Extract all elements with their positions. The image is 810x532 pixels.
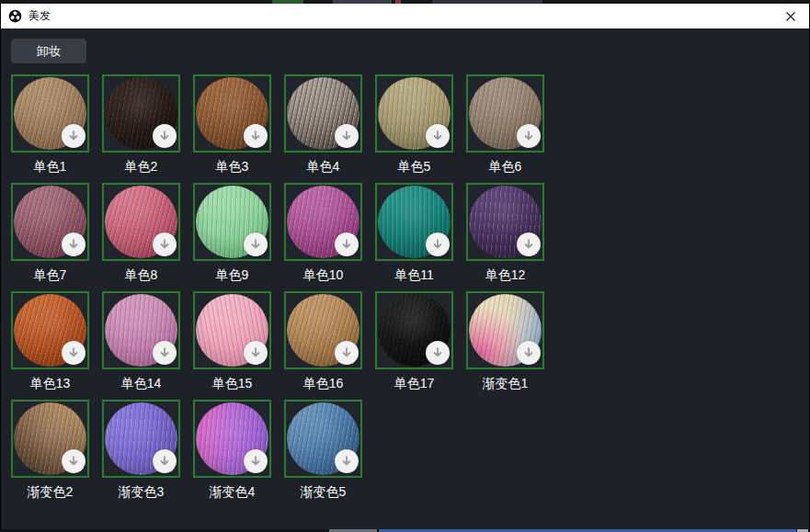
hair-style-item[interactable]: 渐变色5	[284, 400, 362, 500]
hair-style-thumbnail[interactable]	[466, 183, 544, 261]
download-button[interactable]	[153, 232, 177, 256]
download-arrow-icon	[249, 346, 262, 359]
hair-style-label: 单色3	[193, 159, 271, 175]
close-button[interactable]	[778, 4, 804, 28]
download-button[interactable]	[62, 341, 86, 365]
hair-style-item[interactable]: 单色11	[375, 183, 453, 283]
titlebar[interactable]: 美发	[1, 4, 809, 28]
download-button[interactable]	[153, 124, 177, 148]
download-arrow-icon	[249, 455, 262, 468]
hair-style-label: 单色15	[193, 376, 271, 391]
hair-style-thumbnail[interactable]	[102, 74, 180, 153]
download-button[interactable]	[517, 232, 541, 256]
hair-style-item[interactable]: 单色10	[284, 183, 362, 283]
hair-style-thumbnail[interactable]	[11, 291, 89, 369]
hair-style-item[interactable]: 单色2	[102, 74, 180, 175]
hair-style-thumbnail[interactable]	[375, 183, 453, 261]
hair-style-item[interactable]: 单色9	[193, 183, 271, 283]
download-arrow-icon	[340, 130, 353, 142]
hair-style-item[interactable]: 单色8	[102, 183, 180, 283]
hair-style-grid: 单色1 单色2 单色3	[11, 74, 563, 508]
download-button[interactable]	[62, 232, 86, 256]
hair-style-label: 渐变色3	[102, 484, 180, 500]
hair-style-label: 单色12	[466, 267, 544, 283]
hair-style-thumbnail[interactable]	[375, 291, 453, 369]
dialog-body: 卸妆 单色1 单色2	[1, 28, 809, 529]
hair-style-label: 单色7	[11, 267, 89, 283]
download-button[interactable]	[335, 341, 359, 365]
hair-style-thumbnail[interactable]	[102, 183, 180, 261]
hair-style-thumbnail[interactable]	[193, 183, 271, 261]
hair-style-thumbnail[interactable]	[284, 183, 362, 261]
hair-style-thumbnail[interactable]	[284, 74, 362, 153]
hair-style-label: 单色17	[375, 376, 453, 391]
download-button[interactable]	[426, 232, 450, 256]
download-arrow-icon	[431, 130, 444, 142]
dialog-window: 美发 卸妆 单色1 单色2	[0, 0, 810, 532]
download-button[interactable]	[426, 124, 450, 148]
download-button[interactable]	[62, 449, 86, 473]
hair-style-item[interactable]: 渐变色2	[11, 400, 89, 500]
hair-style-thumbnail[interactable]	[375, 74, 453, 153]
hair-style-item[interactable]: 渐变色4	[193, 400, 271, 500]
download-arrow-icon	[158, 455, 171, 468]
download-button[interactable]	[244, 232, 268, 256]
app-logo-icon	[8, 9, 22, 23]
hair-style-item[interactable]: 单色16	[284, 291, 362, 391]
hair-style-item[interactable]: 单色15	[193, 291, 271, 391]
download-button[interactable]	[335, 124, 359, 148]
hair-style-item[interactable]: 单色17	[375, 291, 453, 391]
hair-style-label: 渐变色5	[284, 484, 362, 500]
download-button[interactable]	[335, 232, 359, 256]
download-button[interactable]	[244, 341, 268, 365]
hair-style-label: 渐变色1	[466, 376, 544, 391]
download-button[interactable]	[517, 341, 541, 365]
hair-style-thumbnail[interactable]	[11, 400, 89, 478]
hair-style-thumbnail[interactable]	[466, 291, 544, 369]
hair-style-item[interactable]: 单色5	[375, 74, 453, 175]
hair-style-thumbnail[interactable]	[193, 400, 271, 478]
hair-style-label: 单色9	[193, 267, 271, 283]
download-arrow-icon	[522, 346, 535, 359]
remove-makeup-button[interactable]: 卸妆	[11, 39, 86, 63]
hair-style-label: 单色16	[284, 376, 362, 391]
hair-style-item[interactable]: 单色1	[11, 74, 89, 175]
download-button[interactable]	[244, 449, 268, 473]
hair-style-thumbnail[interactable]	[102, 291, 180, 369]
hair-style-item[interactable]: 单色12	[466, 183, 544, 283]
hair-style-thumbnail[interactable]	[11, 183, 89, 261]
hair-style-item[interactable]: 渐变色3	[102, 400, 180, 500]
hair-style-item[interactable]: 单色7	[11, 183, 89, 283]
hair-style-label: 单色2	[102, 159, 180, 175]
download-arrow-icon	[158, 130, 171, 142]
download-arrow-icon	[522, 238, 535, 251]
download-button[interactable]	[426, 341, 450, 365]
hair-style-item[interactable]: 单色13	[11, 291, 89, 391]
download-button[interactable]	[517, 124, 541, 148]
hair-style-thumbnail[interactable]	[466, 74, 544, 153]
hair-style-label: 单色5	[375, 159, 453, 175]
hair-style-item[interactable]: 单色14	[102, 291, 180, 391]
download-button[interactable]	[62, 124, 86, 148]
hair-style-label: 单色8	[102, 267, 180, 283]
download-arrow-icon	[158, 238, 171, 251]
hair-style-thumbnail[interactable]	[193, 74, 271, 153]
download-button[interactable]	[153, 341, 177, 365]
download-arrow-icon	[431, 238, 444, 251]
hair-style-item[interactable]: 单色3	[193, 74, 271, 175]
hair-style-item[interactable]: 单色6	[466, 74, 544, 175]
hair-style-thumbnail[interactable]	[284, 291, 362, 369]
download-button[interactable]	[335, 449, 359, 473]
hair-style-thumbnail[interactable]	[102, 400, 180, 478]
hair-style-thumbnail[interactable]	[11, 74, 89, 153]
download-arrow-icon	[67, 238, 80, 251]
download-arrow-icon	[67, 130, 80, 142]
hair-style-label: 渐变色2	[11, 484, 89, 500]
hair-style-thumbnail[interactable]	[193, 291, 271, 369]
download-arrow-icon	[340, 455, 353, 468]
hair-style-item[interactable]: 单色4	[284, 74, 362, 175]
download-button[interactable]	[153, 449, 177, 473]
hair-style-item[interactable]: 渐变色1	[466, 291, 544, 391]
hair-style-thumbnail[interactable]	[284, 400, 362, 478]
download-button[interactable]	[244, 124, 268, 148]
